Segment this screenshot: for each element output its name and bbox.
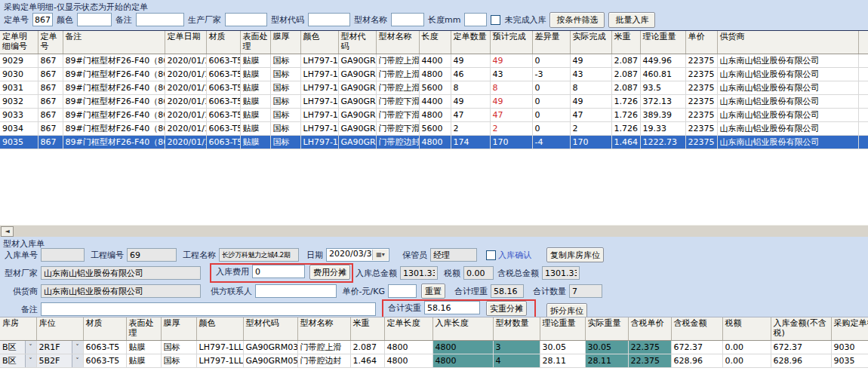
column-header[interactable]: 型材名称 [376,31,419,54]
theory-weight-label: 合计理重 [450,286,488,298]
dropdown-arrow-icon[interactable]: ˅ [72,354,83,367]
column-header[interactable]: 税额 [722,317,771,341]
stock-confirm-checkbox[interactable] [486,250,496,260]
table-row[interactable]: 903486789#门框型材F26-F40（866+867）2020/01/13… [0,122,868,136]
column-header[interactable]: 型材代码 [338,31,376,54]
filter-by-condition-button[interactable]: 按条件筛选 [549,12,605,28]
table-row[interactable]: 903586789#门框型材F26-F40（866+867）2020/01/13… [0,136,868,149]
actual-share-button[interactable]: 实重分摊 [486,301,527,316]
table-row[interactable]: 902986789#门框型材F26-F40（866+867）2020/01/13… [0,54,868,68]
cell: 46 [451,68,490,81]
keeper-field[interactable] [430,248,477,262]
actual-weight-field[interactable] [424,301,480,314]
column-header[interactable]: 实际完成 [570,31,611,54]
batch-stock-in-button[interactable]: 批量入库 [608,12,655,28]
column-header[interactable]: 膜厚 [270,31,300,54]
contact-field[interactable] [255,284,337,298]
column-header[interactable]: 米重 [350,317,384,341]
column-header[interactable]: 理论重量 [540,317,585,341]
filter-note-input[interactable] [136,13,184,26]
cell: 4800 [384,354,432,368]
filter-maker-label: 生产厂家 [188,14,221,26]
column-header[interactable]: 定单明细编号 [0,31,38,54]
maker-field[interactable] [41,266,201,280]
column-header[interactable]: 采购定单行号 [831,317,868,341]
tax-field[interactable] [463,266,494,280]
column-header[interactable]: 材质 [83,317,126,341]
table-row[interactable]: 903286789#门框型材F26-F40（866+867）2020/01/13… [0,95,868,109]
filter-color-input[interactable] [77,13,112,26]
cell: 1.726 [611,122,640,136]
cell: 1222.73 [640,136,685,149]
form-note-field[interactable] [41,302,376,316]
column-header[interactable]: 入库金额(不含税) [771,317,831,341]
column-header[interactable]: 表面处理 [240,31,270,54]
copy-location-button[interactable]: 复制库房库位 [546,247,604,262]
column-header[interactable]: 材质 [206,31,240,54]
column-header[interactable]: 单价 [685,31,717,54]
receipt-no-field[interactable] [41,248,85,262]
column-header[interactable]: 米重 [611,31,640,54]
split-location-button[interactable]: 拆分库位 [546,303,587,318]
cell: LH797-1LL0 [300,109,338,122]
filter-order-no-input[interactable] [32,13,53,26]
total-qty-field[interactable] [569,284,602,298]
table-row[interactable]: 903086789#门框型材F26-F40（866+867）2020/01/13… [0,68,868,81]
column-header[interactable]: 定单长度 [384,317,432,341]
dropdown-arrow-icon[interactable]: ˅ [72,341,83,354]
column-header[interactable]: 型材名称 [297,317,350,341]
cell: 贴膜 [240,109,270,122]
table-row[interactable]: B区˅5B2F˅6063-T5贴膜国标LH797-1LL0GA90GRM05门带… [0,354,868,368]
column-header[interactable]: 备注 [63,31,165,54]
dropdown-arrow-icon[interactable]: ˅ [25,354,36,367]
date-field[interactable]: 2020/03/31▦▾ [326,248,389,262]
cell: 山东南山铝业股份有限公司 [717,136,858,149]
total-amount-field[interactable] [400,266,438,280]
scroll-left-arrow-icon[interactable]: ◄ [1,226,14,237]
table-row[interactable]: 903386789#门框型材F26-F40（866+867）2020/01/13… [0,109,868,122]
dropdown-arrow-icon[interactable]: ˅ [25,341,36,354]
column-header[interactable]: 型材代码 [243,317,297,341]
table-row[interactable]: 903186789#门框型材F26-F40（866+867）2020/01/13… [0,81,868,95]
cell: 19.33 [640,122,685,136]
column-header[interactable]: 库位 [36,317,83,341]
filter-name-input[interactable] [391,13,424,26]
fee-share-button[interactable]: 费用分摊 [309,265,350,280]
column-header[interactable]: 颜色 [300,31,338,54]
fee-field[interactable] [252,265,305,278]
column-header[interactable]: 含税金额 [671,317,722,341]
column-header[interactable]: 实际重量 [585,317,628,341]
reset-button[interactable]: 重置 [421,284,445,299]
column-header[interactable]: 颜色 [196,317,243,341]
filter-maker-input[interactable] [225,13,267,26]
column-header[interactable]: 定单数量 [451,31,490,54]
column-header[interactable]: 库房 [0,317,36,341]
unit-price-field[interactable] [388,284,417,298]
filter-code-input[interactable] [308,13,350,26]
column-header[interactable]: 型材数量 [493,317,540,341]
column-header[interactable]: 供货商 [717,31,858,54]
supplier-field[interactable] [41,284,201,298]
column-header[interactable]: 定单日期 [165,31,206,54]
order-table-hscrollbar[interactable]: ◄ [0,225,868,237]
column-header[interactable]: 入库长度 [432,317,493,341]
table-row[interactable]: B区˅2R1F˅6063-T5贴膜国标LH797-1LL0GA90GRM03门带… [0,341,868,354]
project-no-field[interactable] [127,248,177,262]
column-header[interactable]: 定单号 [38,31,63,54]
cell: 2020/01/13 [165,54,206,68]
tax-total-field[interactable] [542,266,580,280]
cell: GA90GRM05 [338,136,376,149]
unfinished-checkbox[interactable] [491,15,500,25]
column-header[interactable]: 含税单价 [628,317,671,341]
column-header[interactable] [858,31,868,54]
column-header[interactable]: 长度 [419,31,451,54]
theory-weight-field[interactable] [491,284,524,298]
column-header[interactable]: 差异量 [532,31,570,54]
calendar-dropdown-icon[interactable]: ▦▾ [372,250,388,260]
column-header[interactable]: 预计完成 [490,31,532,54]
project-name-field[interactable] [219,248,299,262]
column-header[interactable]: 表面处理 [126,317,161,341]
column-header[interactable]: 膜厚 [161,317,196,341]
filter-length-input[interactable] [464,13,487,26]
column-header[interactable]: 理论重量 [640,31,685,54]
